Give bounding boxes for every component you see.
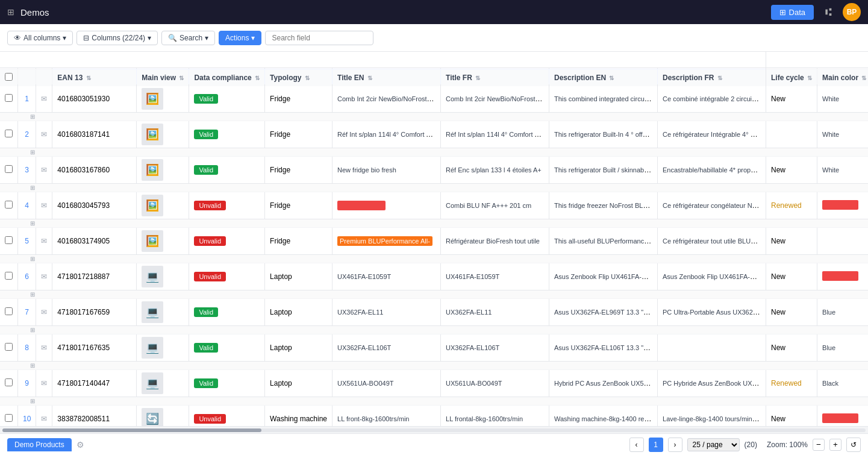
typology-header[interactable]: Typology ⇅: [265, 69, 333, 86]
expand-icon[interactable]: ⊞: [30, 362, 35, 369]
row-checkbox[interactable]: [5, 236, 13, 244]
row-number[interactable]: 1: [18, 86, 36, 113]
row-mail-icon[interactable]: ✉: [36, 192, 52, 219]
row-number[interactable]: 10: [18, 406, 36, 427]
row-checkbox-cell[interactable]: [0, 406, 18, 427]
titlefr-header[interactable]: Title FR ⇅: [441, 69, 549, 86]
descen-header[interactable]: Description EN ⇅: [549, 69, 658, 86]
product-image: 💻: [142, 372, 163, 394]
zoom-out-button[interactable]: −: [813, 439, 825, 451]
row-checkbox-cell[interactable]: [0, 228, 18, 255]
row-typology: Fridge: [265, 228, 333, 255]
row-number[interactable]: 9: [18, 370, 36, 397]
row-mail-icon[interactable]: ✉: [36, 263, 52, 290]
row-typology: Washing machine: [265, 406, 333, 427]
row-checkbox-cell[interactable]: [0, 370, 18, 397]
maincolor-header[interactable]: Main color ⇅: [817, 69, 868, 86]
row-checkbox-cell[interactable]: [0, 157, 18, 184]
row-checkbox-cell[interactable]: [0, 121, 18, 148]
expand-icon[interactable]: ⊞: [30, 149, 35, 155]
row-checkbox[interactable]: [5, 130, 13, 137]
row-checkbox-cell[interactable]: [0, 192, 18, 219]
expand-icon[interactable]: ⊞: [30, 256, 35, 262]
row-mail-icon[interactable]: ✉: [36, 406, 52, 427]
mainview-header[interactable]: Main view ⇅: [137, 69, 189, 86]
expand-icon[interactable]: ⊞: [30, 398, 35, 404]
zoom-label: Zoom: 100%: [767, 441, 808, 449]
row-checkbox[interactable]: [5, 414, 13, 422]
share-button[interactable]: ⑆: [819, 2, 838, 22]
lifecycle-header[interactable]: Life cycle ⇅: [766, 69, 817, 86]
row-compliance: Unvalid: [189, 192, 265, 219]
row-main-color: [817, 192, 868, 219]
settings-icon[interactable]: ⚙: [76, 440, 84, 450]
expand-icon[interactable]: ⊞: [30, 220, 35, 227]
prev-page-button[interactable]: ‹: [629, 438, 644, 452]
expand-icon[interactable]: ⊞: [30, 327, 35, 333]
titleen-header[interactable]: Title EN ⇅: [333, 69, 441, 86]
scrollbar-thumb[interactable]: [2, 428, 261, 432]
row-title-en: UX561UA-BO049T: [333, 370, 441, 397]
row-number[interactable]: 7: [18, 299, 36, 326]
actions-button[interactable]: Actions ▾: [219, 31, 261, 45]
select-all-header[interactable]: [0, 69, 18, 86]
row-number[interactable]: 5: [18, 228, 36, 255]
expand-icon[interactable]: ⊞: [30, 113, 35, 120]
row-number[interactable]: 2: [18, 121, 36, 148]
status-bar-right: ‹ 1 › 25 / page 50 / page 100 / page (20…: [629, 438, 861, 452]
row-mail-icon[interactable]: ✉: [36, 334, 52, 362]
current-page[interactable]: 1: [649, 438, 663, 452]
row-lifecycle: New: [766, 263, 817, 290]
next-page-button[interactable]: ›: [668, 438, 682, 452]
row-checkbox-cell[interactable]: [0, 334, 18, 362]
refresh-button[interactable]: ↺: [846, 438, 861, 452]
compliance-header[interactable]: Data compliance ⇅: [189, 69, 265, 86]
horizontal-scrollbar[interactable]: [0, 426, 868, 433]
row-mail-icon[interactable]: ✉: [36, 157, 52, 184]
row-checkbox[interactable]: [5, 272, 13, 280]
row-mail-icon[interactable]: ✉: [36, 228, 52, 255]
page-size-select[interactable]: 25 / page 50 / page 100 / page: [687, 438, 740, 451]
ean13-header[interactable]: EAN 13 ⇅: [52, 69, 137, 86]
row-checkbox[interactable]: [5, 201, 13, 209]
row-checkbox-cell[interactable]: [0, 299, 18, 326]
demo-products-tab[interactable]: Demo Products: [7, 438, 72, 451]
avatar[interactable]: BP: [843, 3, 861, 21]
columns-button[interactable]: ⊟ Columns (22/24) ▾: [76, 31, 158, 45]
row-main-color: [817, 263, 868, 290]
row-desc-en: This all-useful BLUPerformance refrigera…: [549, 228, 658, 255]
search-button[interactable]: 🔍 Search ▾: [161, 31, 215, 45]
row-checkbox[interactable]: [5, 378, 13, 386]
row-checkbox-cell[interactable]: [0, 86, 18, 113]
row-mail-icon[interactable]: ✉: [36, 121, 52, 148]
row-checkbox[interactable]: [5, 307, 13, 315]
row-title-en: UX362FA-EL11: [333, 299, 441, 326]
row-checkbox[interactable]: [5, 94, 13, 102]
row-desc-fr: Ce réfrigérateur tout utile BLUPerforman…: [658, 228, 766, 255]
all-columns-button[interactable]: 👁 All columns ▾: [7, 31, 73, 45]
descfr-header[interactable]: Description FR ⇅: [658, 69, 766, 86]
expand-icon[interactable]: ⊞: [30, 184, 35, 191]
expand-icon[interactable]: ⊞: [30, 291, 35, 298]
row-title-fr: UX561UA-BO049T: [441, 370, 549, 397]
row-number[interactable]: 8: [18, 334, 36, 362]
row-checkbox-cell[interactable]: [0, 263, 18, 290]
select-all-checkbox[interactable]: [5, 73, 13, 81]
table-sub-row: ⊞: [0, 397, 868, 406]
table-container: Informations EAN 13 ⇅ Main view ⇅ Data c…: [0, 52, 868, 426]
search-field-input[interactable]: [265, 31, 373, 45]
data-button[interactable]: ⊞ Data: [771, 5, 814, 20]
zoom-in-button[interactable]: +: [829, 439, 841, 451]
row-checkbox[interactable]: [5, 165, 13, 173]
row-mail-icon[interactable]: ✉: [36, 299, 52, 326]
row-lifecycle: [766, 121, 817, 148]
table-icon: ⊞: [779, 8, 786, 17]
row-mail-icon[interactable]: ✉: [36, 370, 52, 397]
row-main-color: White: [817, 121, 868, 148]
row-checkbox[interactable]: [5, 343, 13, 351]
row-title-fr: UX362FA-EL11: [441, 299, 549, 326]
row-number[interactable]: 3: [18, 157, 36, 184]
row-number[interactable]: 4: [18, 192, 36, 219]
row-mail-icon[interactable]: ✉: [36, 86, 52, 113]
row-number[interactable]: 6: [18, 263, 36, 290]
